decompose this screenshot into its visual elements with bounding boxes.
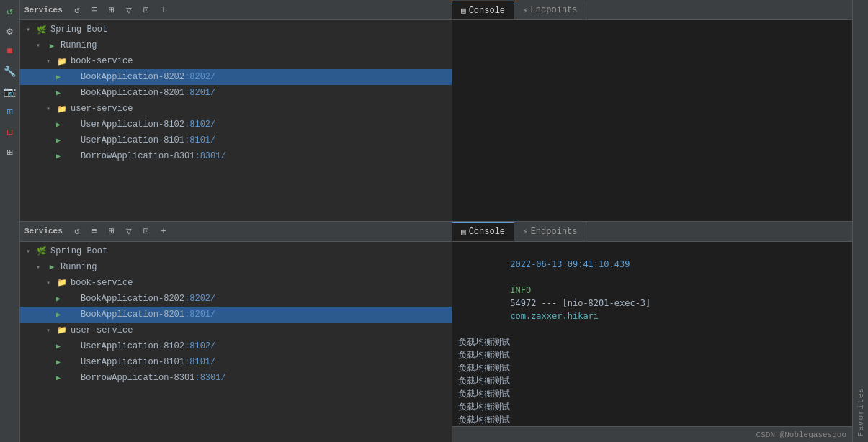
run-icon [66, 340, 78, 352]
book-service-label: book-service [71, 278, 133, 288]
user-service-label: user-service [71, 104, 133, 114]
bottom-add-btn[interactable]: + [156, 224, 171, 238]
app-link[interactable]: :8202/ [184, 72, 215, 82]
folder-icon: 📁 [56, 325, 68, 336]
run-icon [66, 71, 78, 83]
bottom-scroll-btn[interactable]: ⊡ [139, 224, 153, 238]
tree-item[interactable]: ▶ BorrowApplication-8301 :8301/ [20, 148, 452, 164]
user-service-label: user-service [71, 325, 133, 335]
top-toolbar: Services ↺ ≡ ⊞ ▽ ⊡ + [20, 0, 452, 20]
settings-sidebar-icon[interactable]: ⚙ [2, 23, 18, 39]
chevron-down-icon: ▾ [26, 25, 36, 34]
tree-item[interactable]: ▾ 🌿 Spring Boot [20, 243, 452, 259]
tree-item[interactable]: ▶ BookApplication-8201 :8201/ [20, 85, 452, 101]
credit-text: CSDN @Noblegasesgoo [756, 430, 846, 439]
console-classname: com.zaxxer.hikari [510, 311, 599, 321]
top-filter-btn[interactable]: ▽ [122, 3, 136, 17]
tab-console-top[interactable]: ▤ Console [452, 1, 514, 19]
console-line: 负载均衡测试 [458, 348, 846, 361]
bottom-tab-bar: ▤ Console ⚡ Endpoints [452, 222, 852, 242]
app-name-label: BorrowApplication-8301 [81, 373, 194, 383]
top-collapse-btn[interactable]: ≡ [87, 3, 102, 17]
app-link[interactable]: :8202/ [184, 294, 215, 304]
chevron-down-icon: ▾ [26, 247, 36, 256]
tab-endpoints-bottom[interactable]: ⚡ Endpoints [514, 222, 586, 241]
tree-item[interactable]: ▶ UserApplication-8102 :8102/ [20, 338, 452, 354]
tree-item[interactable]: ▶ UserApplication-8102 :8102/ [20, 117, 452, 132]
minus-sidebar-icon[interactable]: ⊟ [2, 124, 18, 140]
sidebar-icons: ↺ ⚙ ■ 🔧 📷 ⊞ ⊟ ⊞ [0, 0, 20, 442]
console-level: INFO [510, 285, 536, 295]
chevron-right-icon: ▶ [56, 89, 66, 97]
stop-sidebar-icon[interactable]: ■ [2, 43, 18, 59]
run-icon [66, 150, 78, 162]
chevron-down-icon: ▾ [36, 263, 46, 271]
run-icon [66, 135, 78, 146]
bottom-panel: Services ↺ ≡ ⊞ ▽ ⊡ + ▾ 🌿 Spring Boot [20, 222, 852, 443]
run-icon [66, 293, 78, 305]
plugin-sidebar-icon[interactable]: ⊞ [2, 104, 18, 119]
tab-endpoints-top[interactable]: ⚡ Endpoints [514, 1, 586, 19]
chevron-right-icon: ▶ [56, 310, 66, 319]
bottom-console-area[interactable]: 2022-06-13 09:41:10.439 INFO 54972 --- [… [452, 242, 852, 427]
refresh-sidebar-icon[interactable]: ↺ [2, 3, 18, 19]
run-icon [66, 87, 78, 99]
tab-console-bottom[interactable]: ▤ Console [452, 222, 514, 241]
folder-icon: 📁 [56, 277, 68, 289]
tree-item[interactable]: ▾ 🌿 Spring Boot [20, 22, 452, 37]
wrench-sidebar-icon[interactable]: 🔧 [2, 63, 18, 79]
console-line: 负载均衡测试 [458, 335, 846, 348]
console-text: 负载均衡测试 [458, 402, 510, 412]
bottom-group-btn[interactable]: ⊞ [104, 224, 119, 238]
console-text: 负载均衡测试 [458, 350, 510, 360]
tree-item[interactable]: ▶ BookApplication-8202 :8202/ [20, 69, 452, 85]
bottom-refresh-btn[interactable]: ↺ [70, 224, 84, 238]
tree-item[interactable]: ▾ 📁 user-service [20, 323, 452, 338]
tree-item[interactable]: ▾ 📁 book-service [20, 275, 452, 291]
tree-item[interactable]: ▾ ▶ Running [20, 259, 452, 275]
app-link[interactable]: :8301/ [194, 151, 225, 161]
chevron-down-icon: ▾ [46, 326, 56, 335]
app-link[interactable]: :8101/ [184, 135, 215, 145]
console-text: 负载均衡测试 [458, 376, 510, 386]
favorites-bar: Favorites [852, 0, 868, 442]
tab-endpoints-label: Endpoints [531, 227, 578, 237]
chevron-right-icon: ▶ [56, 73, 66, 81]
chevron-down-icon: ▾ [46, 104, 56, 113]
tree-item[interactable]: ▾ ▶ Running [20, 37, 452, 53]
tree-item[interactable]: ▶ UserApplication-8101 :8101/ [20, 354, 452, 370]
bottom-services-label: Services [24, 227, 63, 235]
tree-item[interactable]: ▶ BookApplication-8202 :8202/ [20, 291, 452, 307]
bottom-collapse-btn[interactable]: ≡ [87, 224, 102, 238]
app-name-label: UserApplication-8102 [81, 341, 184, 351]
app-link[interactable]: :8102/ [184, 341, 215, 351]
app-link[interactable]: :8201/ [184, 88, 215, 98]
tree-item[interactable]: ▶ UserApplication-8101 :8101/ [20, 132, 452, 148]
bottom-tree: ▾ 🌿 Spring Boot ▾ ▶ Running ▾ 📁 book-ser… [20, 242, 452, 443]
console-line: 负载均衡测试 [458, 400, 846, 413]
console-icon: ▤ [461, 6, 466, 15]
tree-item[interactable]: ▶ BookApplication-8201 :8201/ [20, 307, 452, 323]
tree-item[interactable]: ▶ BorrowApplication-8301 :8301/ [20, 370, 452, 386]
console-timestamp: 2022-06-13 09:41:10.439 [510, 259, 630, 269]
chevron-right-icon: ▶ [56, 342, 66, 351]
app-link[interactable]: :8102/ [184, 119, 215, 130]
bottom-services-panel: Services ↺ ≡ ⊞ ▽ ⊡ + ▾ 🌿 Spring Boot [20, 222, 452, 443]
app-link[interactable]: :8201/ [184, 310, 215, 320]
bottom-filter-btn[interactable]: ▽ [122, 224, 136, 238]
main-content: Services ↺ ≡ ⊞ ▽ ⊡ + ▾ 🌿 Spring Boot [20, 0, 852, 442]
console-line: 负载均衡测试 [458, 361, 846, 374]
app-link[interactable]: :8101/ [184, 357, 215, 367]
camera-sidebar-icon[interactable]: 📷 [2, 84, 18, 99]
app-name-label: BorrowApplication-8301 [81, 151, 194, 161]
run-icon [66, 119, 78, 130]
top-scroll-btn[interactable]: ⊡ [139, 3, 153, 17]
top-add-btn[interactable]: + [156, 3, 171, 17]
app-link[interactable]: :8301/ [194, 373, 225, 383]
grid-sidebar-icon[interactable]: ⊞ [2, 144, 18, 160]
chevron-right-icon: ▶ [56, 136, 66, 145]
tree-item[interactable]: ▾ 📁 user-service [20, 101, 452, 117]
top-group-btn[interactable]: ⊞ [104, 3, 119, 17]
tree-item[interactable]: ▾ 📁 book-service [20, 53, 452, 69]
top-refresh-btn[interactable]: ↺ [70, 3, 84, 17]
